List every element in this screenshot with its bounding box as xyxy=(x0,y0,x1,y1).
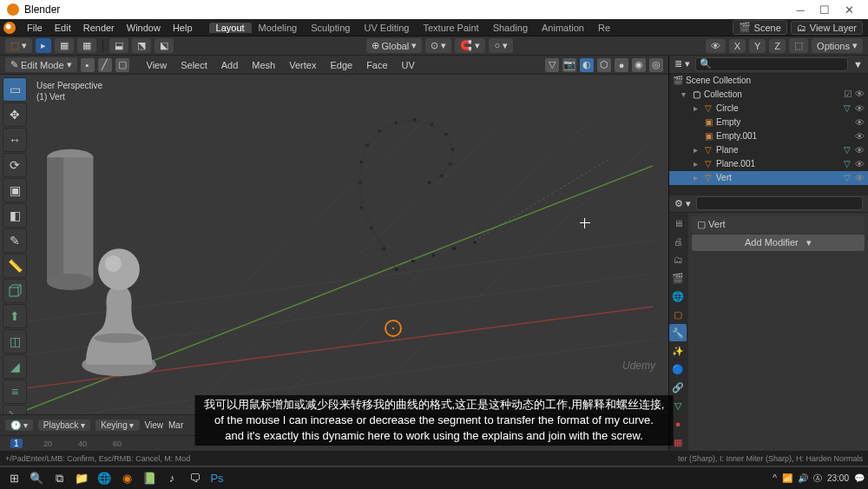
orientation-selector[interactable]: ⊕ Global ▾ xyxy=(366,38,423,53)
snap-grid2-button[interactable]: ▦ xyxy=(77,38,96,53)
workspace-tab-texturepaint[interactable]: Texture Paint xyxy=(416,23,485,33)
tool-cursor[interactable]: ✥ xyxy=(3,102,27,127)
menu-vertex[interactable]: Vertex xyxy=(284,60,321,70)
visibility-icon[interactable]: 👁 xyxy=(855,117,865,128)
properties-type-icon[interactable]: ⚙ ▾ xyxy=(674,198,691,209)
taskbar-app-3[interactable]: ♪ xyxy=(161,470,182,487)
outliner-item-plane[interactable]: ▸▽ Plane ▽ 👁 xyxy=(669,143,868,157)
visibility-icon[interactable]: 👁 xyxy=(855,103,865,114)
viewlayer-selector[interactable]: 🗂 View Layer xyxy=(791,21,863,35)
tool-knife[interactable]: 🔪 xyxy=(3,405,27,414)
timeline-marker-menu[interactable]: Mar xyxy=(168,420,183,430)
taskbar-app-4[interactable]: 🗨 xyxy=(184,470,205,487)
outliner-item-empty001[interactable]: ▣ Empty.001 👁 xyxy=(669,129,868,143)
tool-annotate[interactable]: ✎ xyxy=(3,228,27,253)
search-button[interactable]: 🔍 xyxy=(26,470,47,487)
workspace-tab-uvediting[interactable]: UV Editing xyxy=(357,23,416,33)
props-tab-object[interactable]: ▢ xyxy=(669,306,687,323)
tool-select-box[interactable]: ▭ xyxy=(3,77,27,102)
outliner-tree[interactable]: 🎬 Scene Collection ▾ ▢ Collection ☑ 👁 ▸▽… xyxy=(669,74,868,195)
tool-add-cube[interactable] xyxy=(3,279,27,303)
props-tab-modifier[interactable]: 🔧 xyxy=(669,324,687,341)
collection-visibility-icon[interactable]: ☑ 👁 xyxy=(844,89,865,100)
tool-loop-cut[interactable]: ≡ xyxy=(3,380,27,404)
props-tab-particles[interactable]: ✨ xyxy=(669,342,687,360)
taskbar-app-5[interactable]: Ps xyxy=(207,470,227,487)
scene-selector[interactable]: 🎬 Scene xyxy=(733,20,787,35)
workspace-tab-sculpting[interactable]: Sculpting xyxy=(304,23,357,33)
window-maximize-button[interactable]: ☐ xyxy=(812,2,837,17)
tool-icon1[interactable]: ⬓ xyxy=(109,38,128,53)
taskbar-app-explorer[interactable]: 📁 xyxy=(71,470,92,487)
menu-window[interactable]: Window xyxy=(121,23,167,33)
tray-up-icon[interactable]: ^ xyxy=(773,473,777,483)
outliner-search[interactable]: 🔍 xyxy=(695,57,848,71)
props-tab-scene[interactable]: 🎬 xyxy=(669,269,687,287)
props-tab-constraints[interactable]: 🔗 xyxy=(669,379,687,396)
outliner-type-icon[interactable]: ≣ ▾ xyxy=(674,58,690,69)
outliner-scene-collection[interactable]: 🎬 Scene Collection xyxy=(669,74,868,88)
props-tab-physics[interactable]: 🔵 xyxy=(669,360,687,378)
outliner-item-vert[interactable]: ▸▽ Vert ▽ 👁 xyxy=(669,171,868,185)
window-close-button[interactable]: ✕ xyxy=(837,2,861,17)
tool-transform[interactable]: ◧ xyxy=(3,203,27,228)
options-dropdown[interactable]: Options ▾ xyxy=(812,38,863,53)
tray-lang-icon[interactable]: Ⓐ xyxy=(813,472,822,485)
menu-view[interactable]: View xyxy=(141,60,173,70)
menu-face[interactable]: Face xyxy=(361,60,392,70)
edge-select-mode[interactable]: ╱ xyxy=(98,58,112,72)
outliner-item-empty[interactable]: ▣ Empty 👁 xyxy=(669,116,868,129)
overlay-button[interactable]: ⬚ xyxy=(789,38,808,53)
snap-selector[interactable]: 🧲 ▾ xyxy=(455,38,485,53)
tool-rotate[interactable]: ⟳ xyxy=(3,153,27,177)
gizmo-x[interactable]: X xyxy=(729,39,746,53)
mesh-filter-button[interactable]: ▽ xyxy=(545,58,559,72)
visibility-icon[interactable]: 👁 xyxy=(855,173,865,183)
add-modifier-button[interactable]: Add Modifier ▾ xyxy=(692,235,865,251)
timeline-view-menu[interactable]: View xyxy=(145,420,164,430)
menu-select[interactable]: Select xyxy=(175,60,213,70)
gizmo-z[interactable]: Z xyxy=(769,39,786,53)
taskbar-app-2[interactable]: 📗 xyxy=(139,470,160,487)
taskbar-app-browser[interactable]: 🌐 xyxy=(94,470,115,487)
menu-file[interactable]: File xyxy=(21,23,49,33)
tool-move[interactable]: ↔ xyxy=(3,128,27,152)
properties-search[interactable] xyxy=(696,196,863,210)
outliner-item-plane001[interactable]: ▸▽ Plane.001 ▽ 👁 xyxy=(669,157,868,171)
snap-grid-button[interactable]: ▦ xyxy=(55,38,74,53)
timeline-playback[interactable]: Playback ▾ xyxy=(38,420,90,431)
cursor-select-button[interactable]: ▸ xyxy=(36,38,51,53)
system-tray[interactable]: ^ 📶 🔊 Ⓐ 23:00 💬 xyxy=(773,472,865,485)
start-button[interactable]: ⊞ xyxy=(3,470,24,487)
shading-material-button[interactable]: ◉ xyxy=(632,58,646,72)
menu-help[interactable]: Help xyxy=(167,23,199,33)
proportional-edit[interactable]: ○ ▾ xyxy=(489,38,513,53)
workspace-tab-layout[interactable]: Layout xyxy=(209,23,252,33)
taskbar-app-1[interactable]: ◉ xyxy=(116,470,137,487)
3d-viewport[interactable]: ▭ ✥ ↔ ⟳ ▣ ◧ ✎ 📏 ⬆ ◫ ◢ ≡ 🔪 User Perspecti… xyxy=(0,75,668,414)
face-select-mode[interactable]: ▢ xyxy=(115,58,129,72)
props-tab-render[interactable]: 🖥 xyxy=(669,215,687,232)
tool-icon3[interactable]: ⬕ xyxy=(155,38,174,53)
mode-selector[interactable]: ✎ Edit Mode ▾ xyxy=(5,57,77,72)
props-tab-output[interactable]: 🖨 xyxy=(669,233,687,250)
window-minimize-button[interactable]: ─ xyxy=(788,2,812,17)
pivot-selector[interactable]: ⊙ ▾ xyxy=(425,38,451,53)
tool-icon2[interactable]: ⬔ xyxy=(132,38,151,53)
task-view-button[interactable]: ⧉ xyxy=(49,470,69,487)
timeline-current-frame[interactable]: 1 xyxy=(10,439,23,448)
tool-scale[interactable]: ▣ xyxy=(3,178,27,202)
timeline-editor-type[interactable]: 🕐 ▾ xyxy=(5,420,33,431)
gizmo-y[interactable]: Y xyxy=(749,39,766,53)
workspace-tab-shading[interactable]: Shading xyxy=(486,23,535,33)
properties-breadcrumb[interactable]: ▢ Vert xyxy=(692,216,865,233)
tool-measure[interactable]: 📏 xyxy=(3,254,27,278)
tool-extrude[interactable]: ⬆ xyxy=(3,304,27,328)
workspace-tab-modeling[interactable]: Modeling xyxy=(252,23,305,33)
tray-notification-icon[interactable]: 💬 xyxy=(854,473,865,483)
visibility-icon[interactable]: 👁 xyxy=(855,145,865,155)
props-tab-viewlayer[interactable]: 🗂 xyxy=(669,251,687,268)
shading-solid-button[interactable]: ● xyxy=(615,58,628,72)
visibility-button[interactable]: 👁 xyxy=(706,39,726,53)
workspace-tab-animation[interactable]: Animation xyxy=(535,23,591,33)
